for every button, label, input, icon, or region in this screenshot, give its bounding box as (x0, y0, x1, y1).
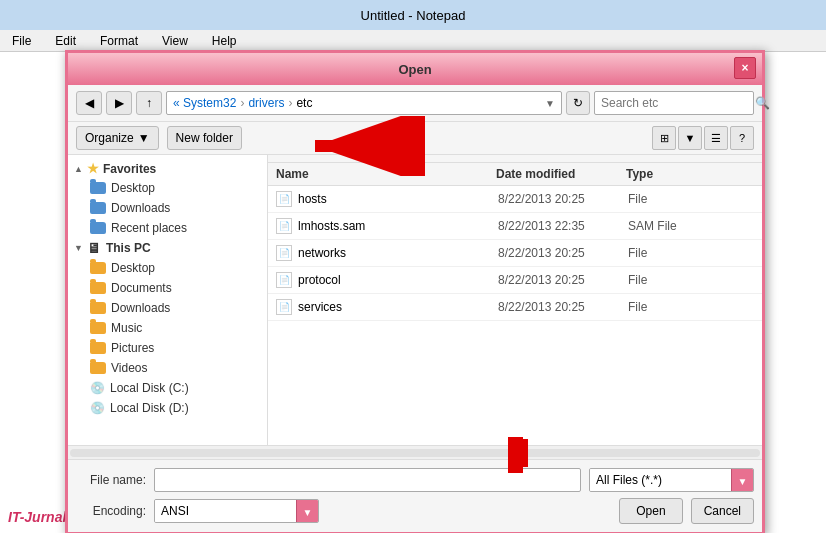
file-row-services[interactable]: 📄 services 8/22/2013 20:25 File (268, 294, 762, 321)
protocol-file-icon: 📄 (276, 272, 292, 288)
downloads-pc-folder-icon (90, 302, 106, 314)
music-folder-icon (90, 322, 106, 334)
header-type[interactable]: Type (626, 167, 726, 181)
open-button[interactable]: Open (619, 498, 682, 524)
nav-item-downloads-favorites[interactable]: Downloads (68, 198, 267, 218)
encoding-text: ANSI (155, 500, 296, 522)
menu-file[interactable]: File (8, 32, 35, 50)
back-button[interactable]: ◀ (76, 91, 102, 115)
hosts-file-date: 8/22/2013 20:25 (498, 192, 628, 206)
file-row-networks[interactable]: 📄 networks 8/22/2013 20:25 File (268, 240, 762, 267)
view-buttons: ⊞ ▼ ☰ ? (652, 126, 754, 150)
nav-item-pictures[interactable]: Pictures (68, 338, 267, 358)
notepad-window: Untitled - Notepad File Edit Format View… (0, 0, 826, 533)
address-dropdown-arrow[interactable]: ▼ (545, 98, 555, 109)
nav-item-downloads-pc[interactable]: Downloads (68, 298, 267, 318)
notepad-menubar: File Edit Format View Help (0, 30, 826, 52)
nav-item-local-disk-c[interactable]: 💿 Local Disk (C:) (68, 378, 267, 398)
hosts-file-icon: 📄 (276, 191, 292, 207)
dialog-toolbar: ◀ ▶ ↑ « System32 › drivers › etc ▼ ↻ 🔍 (68, 85, 762, 122)
refresh-button[interactable]: ↻ (566, 91, 590, 115)
filetype-dropdown-arrow[interactable]: ▼ (731, 469, 753, 492)
organize-dropdown-arrow: ▼ (138, 131, 150, 145)
encoding-wrapper: ANSI ▼ (154, 499, 319, 523)
horizontal-scrollbar[interactable] (68, 445, 762, 459)
lmhosts-file-name: lmhosts.sam (298, 219, 498, 233)
nav-item-documents[interactable]: Documents (68, 278, 267, 298)
this-pc-section[interactable]: ▼ 🖥 This PC (68, 238, 267, 258)
nav-item-desktop-favorites[interactable]: Desktop (68, 178, 267, 198)
services-file-type: File (628, 300, 728, 314)
view-list-button[interactable]: ⊞ (652, 126, 676, 150)
dialog-close-button[interactable]: × (734, 57, 756, 79)
this-pc-expand-icon: ▼ (74, 243, 83, 253)
breadcrumb-drivers[interactable]: drivers (248, 96, 284, 110)
file-row-lmhosts[interactable]: 📄 lmhosts.sam 8/22/2013 22:35 SAM File (268, 213, 762, 240)
desktop-folder-icon (90, 182, 106, 194)
menu-edit[interactable]: Edit (51, 32, 80, 50)
favorites-expand-icon: ▲ (74, 164, 83, 174)
notepad-titlebar: Untitled - Notepad (0, 0, 826, 30)
this-pc-label: This PC (106, 241, 151, 255)
forward-button[interactable]: ▶ (106, 91, 132, 115)
documents-folder-icon (90, 282, 106, 294)
recent-places-folder-icon (90, 222, 106, 234)
protocol-file-type: File (628, 273, 728, 287)
new-folder-button[interactable]: New folder (167, 126, 242, 150)
services-file-icon: 📄 (276, 299, 292, 315)
hosts-file-name: hosts (298, 192, 498, 206)
organize-button[interactable]: Organize ▼ (76, 126, 159, 150)
favorites-section[interactable]: ▲ ★ Favorites (68, 159, 267, 178)
downloads-folder-icon (90, 202, 106, 214)
view-help-button[interactable]: ? (730, 126, 754, 150)
networks-file-icon: 📄 (276, 245, 292, 261)
dialog-content: ▲ ★ Favorites Desktop Downloads Recent p… (68, 155, 762, 445)
networks-file-date: 8/22/2013 20:25 (498, 246, 628, 260)
breadcrumb-etc: etc (296, 96, 312, 110)
nav-item-recent-places[interactable]: Recent places (68, 218, 267, 238)
search-box: 🔍 (594, 91, 754, 115)
file-row-hosts[interactable]: 📄 hosts 8/22/2013 20:25 File (268, 186, 762, 213)
nav-item-desktop-pc[interactable]: Desktop (68, 258, 267, 278)
menu-help[interactable]: Help (208, 32, 241, 50)
nav-item-local-disk-d[interactable]: 💿 Local Disk (D:) (68, 398, 267, 418)
hosts-file-type: File (628, 192, 728, 206)
menu-format[interactable]: Format (96, 32, 142, 50)
header-name[interactable]: Name (276, 167, 496, 181)
cancel-button[interactable]: Cancel (691, 498, 754, 524)
filetype-wrapper: All Files (*.*) ▼ (589, 468, 754, 492)
up-button[interactable]: ↑ (136, 91, 162, 115)
left-navigation-panel: ▲ ★ Favorites Desktop Downloads Recent p… (68, 155, 268, 445)
local-disk-d-icon: 💿 (90, 401, 105, 415)
lmhosts-file-date: 8/22/2013 22:35 (498, 219, 628, 233)
address-bar[interactable]: « System32 › drivers › etc ▼ (166, 91, 562, 115)
dialog-titlebar: Open × (68, 53, 762, 85)
search-input[interactable] (601, 96, 751, 110)
filename-row: File name: All Files (*.*) ▼ (76, 468, 754, 492)
scrollbar-track (70, 449, 760, 457)
nav-item-videos[interactable]: Videos (68, 358, 267, 378)
breadcrumb-system32[interactable]: « System32 (173, 96, 236, 110)
services-file-name: services (298, 300, 498, 314)
networks-file-type: File (628, 246, 728, 260)
search-icon: 🔍 (755, 96, 770, 110)
notepad-title: Untitled - Notepad (361, 8, 466, 23)
lmhosts-file-type: SAM File (628, 219, 728, 233)
file-list-panel: Name Date modified Type 📄 hosts 8/22/201… (268, 155, 762, 445)
header-date[interactable]: Date modified (496, 167, 626, 181)
pictures-folder-icon (90, 342, 106, 354)
videos-folder-icon (90, 362, 106, 374)
nav-item-music[interactable]: Music (68, 318, 267, 338)
file-row-protocol[interactable]: 📄 protocol 8/22/2013 20:25 File (268, 267, 762, 294)
view-details-button[interactable]: ☰ (704, 126, 728, 150)
menu-view[interactable]: View (158, 32, 192, 50)
dialog-bottom-bar: File name: All Files (*.*) ▼ Encoding: A… (68, 459, 762, 532)
encoding-row: Encoding: ANSI ▼ Open Cancel (76, 498, 754, 524)
desktop-pc-folder-icon (90, 262, 106, 274)
view-dropdown-button[interactable]: ▼ (678, 126, 702, 150)
protocol-file-name: protocol (298, 273, 498, 287)
local-disk-c-icon: 💿 (90, 381, 105, 395)
this-pc-icon: 🖥 (87, 240, 101, 256)
filename-input[interactable] (154, 468, 581, 492)
encoding-dropdown-arrow[interactable]: ▼ (296, 500, 318, 523)
